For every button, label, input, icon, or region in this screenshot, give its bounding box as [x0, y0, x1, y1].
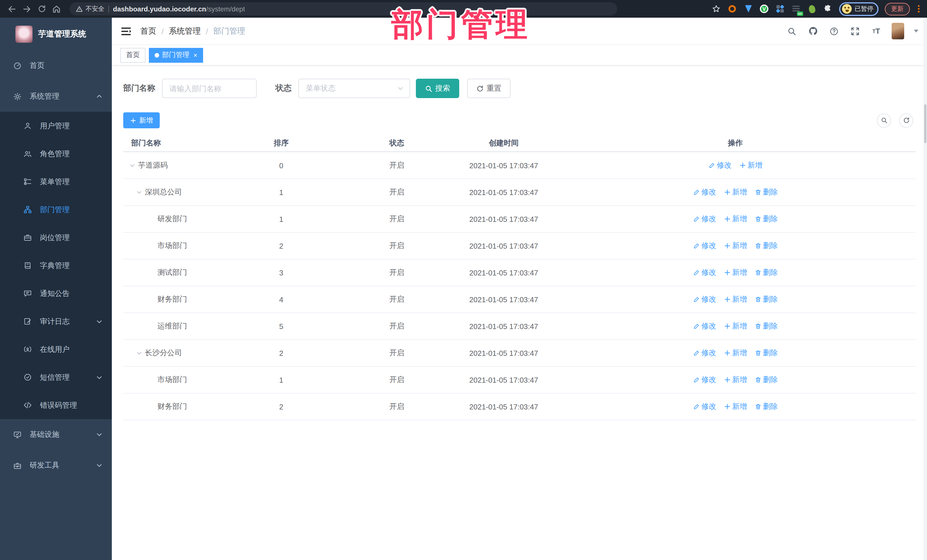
sidebar-item-infrastructure[interactable]: 基础设施 — [0, 419, 112, 450]
extension-icon[interactable]: V — [759, 4, 769, 14]
edit-action-link[interactable]: 修改 — [693, 348, 716, 358]
sidebar-item-audit-log[interactable]: 审计日志 — [0, 307, 112, 335]
sidebar-item-menus[interactable]: 菜单管理 — [0, 168, 112, 196]
edit-action-link[interactable]: 修改 — [693, 267, 716, 278]
delete-action-link[interactable]: 删除 — [754, 321, 778, 331]
add-action-link[interactable]: 新增 — [723, 321, 747, 331]
delete-action-link[interactable]: 删除 — [754, 187, 778, 197]
fullscreen-icon[interactable] — [849, 25, 861, 37]
add-dept-button[interactable]: 新增 — [123, 112, 160, 128]
edit-action-link[interactable]: 修改 — [693, 375, 716, 385]
font-size-icon[interactable]: TT — [871, 25, 882, 37]
app-logo-row[interactable]: 芋道管理系统 — [0, 18, 112, 50]
add-action-link[interactable]: 新增 — [723, 241, 747, 251]
extension-icon[interactable] — [807, 4, 817, 14]
refresh-table-button[interactable] — [899, 113, 913, 127]
sidebar-item-notice[interactable]: 通知公告 — [0, 279, 112, 307]
sidebar-item-users[interactable]: 用户管理 — [0, 112, 112, 140]
sidebar-item-roles[interactable]: 角色管理 — [0, 140, 112, 168]
browser-reload-icon[interactable] — [35, 3, 48, 15]
edit-action-link[interactable]: 修改 — [693, 214, 716, 224]
browser-update-button[interactable]: 更新 — [885, 3, 910, 15]
help-icon[interactable] — [828, 25, 840, 37]
add-action-link[interactable]: 新增 — [723, 294, 747, 305]
add-action-link[interactable]: 新增 — [739, 160, 763, 170]
github-icon[interactable] — [807, 25, 819, 37]
add-action-link[interactable]: 新增 — [723, 375, 747, 385]
delete-action-link[interactable]: 删除 — [754, 375, 778, 385]
table-row[interactable]: 运维部门 5 开启 2021-01-05 17:03:47 修改新增删除 — [123, 313, 916, 340]
extension-icon[interactable]: on — [791, 4, 801, 14]
add-action-link[interactable]: 新增 — [723, 401, 747, 412]
delete-action-link[interactable]: 删除 — [754, 214, 778, 224]
dept-status: 开启 — [341, 294, 452, 305]
tree-expand-icon[interactable] — [129, 162, 136, 169]
close-tab-icon[interactable]: × — [192, 52, 198, 58]
browser-back-icon[interactable] — [6, 3, 18, 15]
breadcrumb-system[interactable]: 系统管理 — [169, 26, 201, 36]
sidebar-item-dict[interactable]: 字典管理 — [0, 252, 112, 279]
edit-action-link[interactable]: 修改 — [693, 401, 716, 412]
delete-action-link[interactable]: 删除 — [754, 294, 778, 305]
tab-dept-management[interactable]: 部门管理 × — [149, 48, 203, 62]
status-select[interactable]: 菜单状态 — [298, 79, 410, 98]
sidebar-item-home[interactable]: 首页 — [0, 50, 112, 81]
sidebar-item-sms[interactable]: 短信管理 — [0, 363, 112, 391]
delete-action-link[interactable]: 删除 — [754, 241, 778, 251]
sidebar-item-depts[interactable]: 部门管理 — [0, 196, 112, 223]
add-action-link[interactable]: 新增 — [723, 267, 747, 278]
browser-home-icon[interactable] — [50, 3, 63, 15]
user-avatar[interactable] — [892, 23, 904, 39]
not-secure-warning[interactable]: 不安全 — [76, 5, 104, 13]
add-action-link[interactable]: 新增 — [723, 214, 747, 224]
edit-action-link[interactable]: 修改 — [708, 160, 732, 170]
edit-action-link[interactable]: 修改 — [693, 294, 716, 305]
table-row[interactable]: 深圳总公司 1 开启 2021-01-05 17:03:47 修改新增删除 — [123, 179, 916, 206]
edit-action-link[interactable]: 修改 — [693, 321, 716, 331]
address-bar[interactable]: 不安全 dashboard.yudao.iocoder.cn/system/de… — [70, 2, 617, 15]
extensions-puzzle-icon[interactable] — [823, 4, 833, 14]
browser-profile-button[interactable]: 已暂停 — [839, 2, 878, 16]
table-row[interactable]: 财务部门 4 开启 2021-01-05 17:03:47 修改新增删除 — [123, 286, 916, 313]
tree-expand-icon[interactable] — [136, 189, 143, 196]
tree-expand-icon[interactable] — [136, 349, 143, 357]
sidebar-item-online-users[interactable]: 在线用户 — [0, 335, 112, 363]
user-menu-caret-icon[interactable] — [914, 30, 918, 32]
plus-icon — [723, 296, 731, 303]
tab-home[interactable]: 首页 — [120, 48, 146, 62]
edit-action-link[interactable]: 修改 — [693, 187, 716, 197]
delete-action-link[interactable]: 删除 — [754, 267, 778, 278]
reset-button[interactable]: 重置 — [467, 79, 511, 98]
table-row[interactable]: 市场部门 1 开启 2021-01-05 17:03:47 修改新增删除 — [123, 367, 916, 393]
browser-menu-icon[interactable] — [916, 5, 921, 12]
sidebar-item-dev-tools[interactable]: 研发工具 — [0, 450, 112, 481]
bookmark-star-icon[interactable] — [711, 4, 721, 14]
table-row[interactable]: 芋道源码 0 开启 2021-01-05 17:03:47 修改新增 — [123, 152, 916, 179]
sidebar-item-error-codes[interactable]: 错误码管理 — [0, 391, 112, 419]
delete-action-link[interactable]: 删除 — [754, 401, 778, 412]
add-action-link[interactable]: 新增 — [723, 348, 747, 358]
dept-name-input[interactable] — [162, 79, 257, 98]
sidebar-toggle-icon[interactable] — [120, 25, 132, 37]
browser-forward-icon[interactable] — [21, 3, 33, 15]
sidebar-item-posts[interactable]: 岗位管理 — [0, 223, 112, 252]
table-row[interactable]: 财务部门 2 开启 2021-01-05 17:03:47 修改新增删除 — [123, 393, 916, 420]
breadcrumb-home[interactable]: 首页 — [140, 26, 156, 36]
table-row[interactable]: 研发部门 1 开启 2021-01-05 17:03:47 修改新增删除 — [123, 206, 916, 233]
search-button[interactable]: 搜索 — [416, 79, 459, 98]
page-scrollbar[interactable] — [924, 18, 927, 560]
edit-action-link[interactable]: 修改 — [693, 241, 716, 251]
extension-icon[interactable] — [775, 4, 785, 14]
header-search-icon[interactable] — [786, 25, 798, 37]
add-action-link[interactable]: 新增 — [723, 187, 747, 197]
table-row[interactable]: 市场部门 2 开启 2021-01-05 17:03:47 修改新增删除 — [123, 233, 916, 260]
delete-action-link[interactable]: 删除 — [754, 348, 778, 358]
table-row[interactable]: 长沙分公司 2 开启 2021-01-05 17:03:47 修改新增删除 — [123, 340, 916, 367]
scrollbar-thumb[interactable] — [924, 104, 926, 143]
table-row[interactable]: 测试部门 3 开启 2021-01-05 17:03:47 修改新增删除 — [123, 260, 916, 286]
sidebar-item-system[interactable]: 系统管理 — [0, 81, 112, 112]
extension-icon[interactable] — [727, 4, 737, 14]
extension-icon[interactable] — [743, 4, 753, 14]
show-search-toggle-button[interactable] — [877, 113, 891, 127]
page-url: dashboard.yudao.iocoder.cn/system/dept — [113, 5, 245, 13]
